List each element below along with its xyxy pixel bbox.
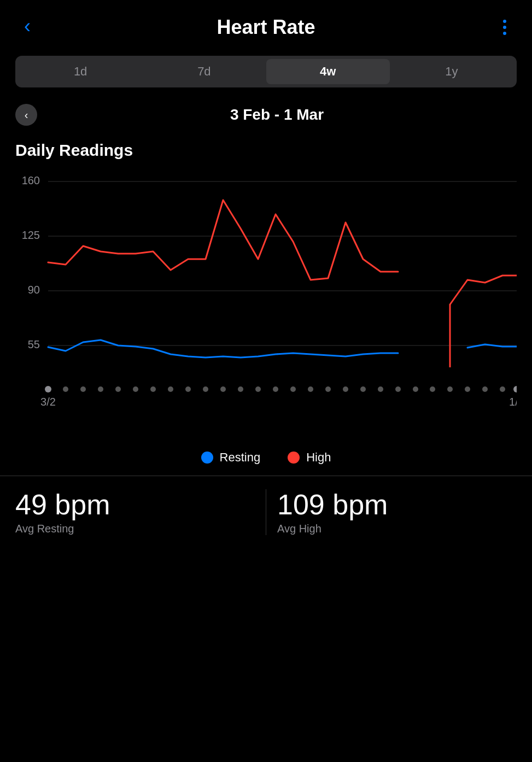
period-btn-1d[interactable]: 1d (19, 59, 142, 84)
svg-text:125: 125 (22, 229, 40, 241)
stat-high: 109 bpm Avg High (277, 489, 517, 535)
legend-high-label: High (306, 450, 331, 465)
page-title: Heart Rate (217, 16, 315, 39)
svg-point-26 (343, 386, 348, 392)
svg-point-34 (482, 386, 488, 392)
svg-point-15 (150, 386, 156, 392)
date-range-label: 3 Feb - 1 Mar (37, 106, 517, 124)
svg-point-21 (255, 386, 261, 392)
svg-text:3/2: 3/2 (40, 396, 56, 408)
app-header: ‹ Heart Rate (0, 0, 532, 50)
legend-resting-label: Resting (220, 450, 261, 465)
more-dot-icon (503, 20, 506, 23)
resting-label: Avg Resting (15, 523, 255, 535)
svg-point-9 (45, 386, 51, 392)
svg-point-10 (63, 386, 68, 392)
back-chevron-icon: ‹ (24, 16, 31, 36)
svg-point-14 (133, 386, 138, 392)
svg-point-29 (395, 386, 401, 392)
svg-point-11 (80, 386, 86, 392)
svg-point-28 (378, 386, 383, 392)
back-button[interactable]: ‹ (15, 15, 39, 39)
svg-point-31 (430, 386, 435, 392)
high-dot-icon (288, 452, 300, 464)
svg-point-23 (290, 386, 296, 392)
stats-row: 49 bpm Avg Resting 109 bpm Avg High (0, 476, 532, 553)
svg-point-19 (220, 386, 226, 392)
svg-point-13 (115, 386, 121, 392)
high-label: Avg High (277, 523, 517, 535)
svg-text:1/3: 1/3 (509, 396, 517, 408)
legend-item-high: High (288, 450, 331, 465)
svg-point-18 (203, 386, 208, 392)
svg-point-35 (500, 386, 505, 392)
svg-text:160: 160 (22, 174, 40, 186)
date-range-row: ‹ 3 Feb - 1 Mar (0, 98, 532, 131)
chart-legend: Resting High (0, 441, 532, 476)
heart-rate-chart: 160 125 90 55 (15, 171, 517, 438)
svg-point-24 (308, 386, 313, 392)
svg-point-12 (98, 386, 103, 392)
svg-point-30 (413, 386, 418, 392)
date-prev-button[interactable]: ‹ (15, 104, 37, 126)
svg-point-36 (513, 386, 517, 392)
more-dot-icon (503, 32, 506, 35)
chevron-left-icon: ‹ (25, 109, 28, 121)
resting-dot-icon (201, 452, 213, 464)
period-btn-1y[interactable]: 1y (390, 59, 513, 84)
section-title: Daily Readings (0, 131, 532, 165)
high-value: 109 bpm (277, 489, 517, 520)
resting-value: 49 bpm (15, 489, 255, 520)
period-btn-4w[interactable]: 4w (266, 59, 390, 84)
svg-point-33 (465, 386, 470, 392)
period-selector: 1d 7d 4w 1y (15, 56, 517, 87)
chart-container: 160 125 90 55 (0, 165, 532, 441)
stat-column-divider (266, 489, 266, 535)
svg-point-27 (360, 386, 366, 392)
stat-resting: 49 bpm Avg Resting (15, 489, 255, 535)
period-btn-7d[interactable]: 7d (142, 59, 266, 84)
svg-point-22 (273, 386, 278, 392)
more-button[interactable] (493, 15, 517, 39)
svg-point-25 (325, 386, 331, 392)
svg-text:55: 55 (28, 338, 40, 350)
svg-text:90: 90 (28, 284, 40, 296)
svg-point-20 (238, 386, 243, 392)
svg-point-16 (168, 386, 173, 392)
svg-point-32 (447, 386, 453, 392)
legend-item-resting: Resting (201, 450, 261, 465)
more-dot-icon (503, 26, 506, 29)
svg-point-17 (185, 386, 191, 392)
